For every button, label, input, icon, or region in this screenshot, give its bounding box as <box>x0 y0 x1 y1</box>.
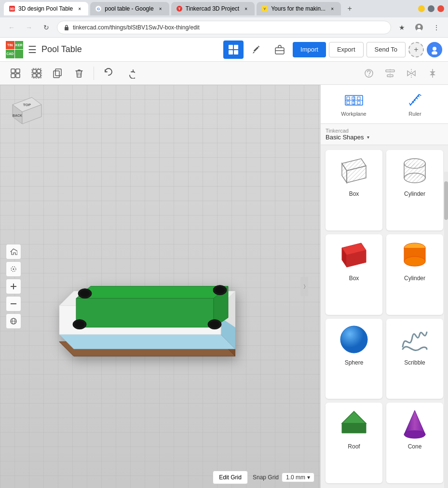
send-to-button[interactable]: Send To <box>367 42 406 57</box>
svg-rect-29 <box>54 71 59 78</box>
export-button[interactable]: Export <box>329 42 364 57</box>
svg-rect-15 <box>234 50 238 54</box>
back-button[interactable]: ← <box>5 21 18 34</box>
scrollbar-thumb[interactable] <box>444 181 448 220</box>
tab1-label: 3D design Pool Table <box>18 5 73 12</box>
svg-point-102 <box>404 431 425 438</box>
import-button[interactable]: Import <box>293 42 326 57</box>
perspective-button[interactable] <box>6 313 21 329</box>
svg-rect-24 <box>33 69 36 73</box>
svg-rect-26 <box>33 74 36 77</box>
flip-button[interactable] <box>423 65 442 82</box>
view-schematic-button[interactable] <box>246 41 267 59</box>
logo-cell-bl: CAD <box>6 50 14 58</box>
shape-scribble[interactable]: Scribble <box>386 319 443 399</box>
select-tool-button[interactable] <box>6 261 21 277</box>
undo-button[interactable] <box>99 65 118 82</box>
account-button[interactable] <box>412 21 426 34</box>
refresh-button[interactable]: ↻ <box>40 21 53 34</box>
ruler-tab[interactable]: Ruler <box>387 90 443 119</box>
svg-point-98 <box>340 326 367 353</box>
svg-point-64 <box>80 290 90 297</box>
panel-collapse-button[interactable]: 〉 <box>300 277 308 296</box>
tab3-close[interactable]: × <box>242 5 250 13</box>
minimize-button[interactable] <box>418 5 425 12</box>
tab-3d-design[interactable]: 3D 3D design Pool Table × <box>4 2 88 15</box>
tab2-favicon: G <box>95 5 102 12</box>
scribble-label: Scribble <box>404 359 425 366</box>
svg-rect-76 <box>357 97 360 100</box>
shape-sphere-blue[interactable]: Sphere <box>326 319 382 399</box>
flip-icon <box>427 68 438 79</box>
delete-icon <box>74 68 84 79</box>
workplane-tab[interactable]: Workplane <box>326 90 382 119</box>
hint-icon <box>364 68 374 79</box>
duplicate-button[interactable] <box>48 65 68 82</box>
ruler-icon <box>406 92 425 109</box>
mirror-button[interactable] <box>402 65 421 82</box>
shape-cylinder-wireframe[interactable]: Cylinder <box>386 150 443 230</box>
shape-box-red[interactable]: Box <box>326 234 382 315</box>
ungroup-icon <box>31 68 42 79</box>
new-tab-button[interactable]: + <box>343 2 356 15</box>
view-blocks-button[interactable] <box>270 41 290 59</box>
zoom-out-icon <box>10 300 17 308</box>
shape-cylinder-orange[interactable]: Cylinder <box>386 234 443 315</box>
shapes-grid: Box <box>321 145 448 488</box>
user-avatar[interactable] <box>427 42 442 57</box>
align-button[interactable] <box>380 65 400 82</box>
shape-roof-green[interactable]: Roof <box>326 403 382 483</box>
shape-cone-purple[interactable]: Cone <box>386 403 443 483</box>
suitcase-icon <box>274 44 285 55</box>
snap-dropdown-arrow: ▾ <box>307 474 310 481</box>
zoom-out-button[interactable] <box>6 296 21 312</box>
view-3d-button[interactable] <box>223 41 244 59</box>
maximize-button[interactable] <box>428 5 434 12</box>
svg-rect-48 <box>13 284 14 289</box>
left-tools <box>6 244 21 329</box>
svg-rect-28 <box>32 68 41 78</box>
svg-rect-78 <box>352 101 355 104</box>
tab-tinkercad[interactable]: T Tinkercad 3D Project × <box>171 2 255 15</box>
ungroup-button[interactable] <box>27 65 46 82</box>
view-cube[interactable]: TOP BACK <box>8 93 46 131</box>
forward-button[interactable]: → <box>22 21 36 34</box>
hint-button[interactable] <box>359 65 379 82</box>
redo-button[interactable] <box>120 65 139 82</box>
close-button[interactable] <box>437 5 444 12</box>
svg-rect-13 <box>234 45 238 49</box>
delete-button[interactable] <box>69 65 89 82</box>
sphere-blue-icon <box>335 323 373 356</box>
tab-yours[interactable]: Y Yours for the makin... × <box>257 2 341 15</box>
tab1-close[interactable]: × <box>76 5 83 13</box>
right-panel: Workplane Ruler Tinkercad Basic Shapes <box>320 85 448 488</box>
address-bar: ← → ↻ tinkercad.com/things/blStBV1SwJV-b… <box>0 17 448 38</box>
mirror-icon <box>406 68 417 79</box>
svg-rect-22 <box>11 74 15 78</box>
svg-rect-8 <box>65 27 68 30</box>
svg-point-10 <box>418 25 421 28</box>
home-view-button[interactable] <box>6 244 21 259</box>
menu-button[interactable]: ⋮ <box>430 21 443 34</box>
tab4-close[interactable]: × <box>328 5 336 13</box>
snap-value-dropdown[interactable]: 1.0 mm ▾ <box>282 473 314 482</box>
3d-viewport[interactable]: TOP BACK <box>0 85 320 488</box>
svg-point-89 <box>404 173 425 183</box>
zoom-in-button[interactable] <box>6 279 21 294</box>
tab2-close[interactable]: × <box>157 5 164 13</box>
main-content: TOP BACK <box>0 85 448 488</box>
tab-google[interactable]: G pool table - Google × <box>90 2 169 15</box>
shape-box-wireframe[interactable]: Box <box>326 150 382 230</box>
group-button[interactable] <box>6 65 25 82</box>
menu-list-icon[interactable]: ☰ <box>28 44 37 55</box>
svg-text:TOP: TOP <box>23 103 31 107</box>
svg-text:BACK: BACK <box>13 114 22 117</box>
address-input[interactable]: tinkercad.com/things/blStBV1SwJV-box-thi… <box>57 21 391 34</box>
add-user-button[interactable]: + <box>408 42 424 57</box>
redo-icon <box>124 68 135 79</box>
pool-table-3d <box>33 217 235 372</box>
bookmark-button[interactable]: ★ <box>395 21 408 34</box>
shapes-category-dropdown[interactable]: Tinkercad Basic Shapes ▾ <box>321 124 448 145</box>
edit-grid-button[interactable]: Edit Grid <box>213 471 248 484</box>
category-value-text: Basic Shapes <box>326 134 364 141</box>
